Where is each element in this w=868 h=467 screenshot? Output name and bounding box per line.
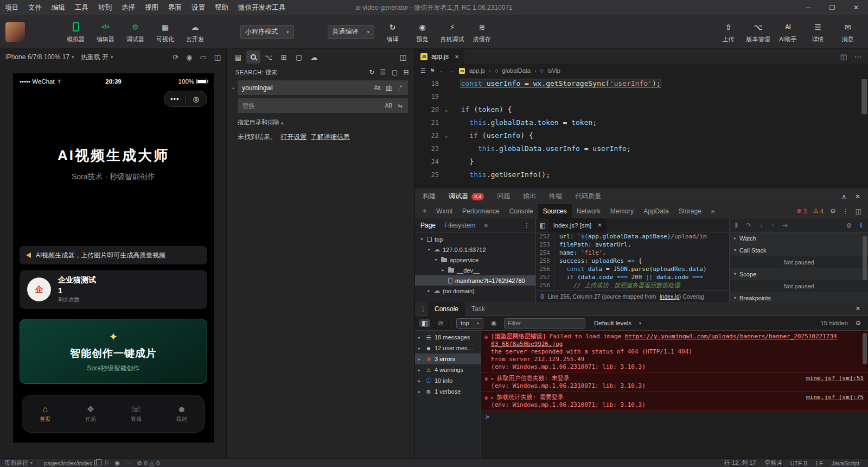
expand-icon[interactable]: ▸ (491, 395, 494, 400)
section-breakpoints[interactable]: ▾Breakpoints (730, 292, 868, 302)
fold-icon[interactable]: ⌄ (442, 129, 450, 142)
whole-word-icon[interactable]: ab (383, 83, 394, 93)
mute-notifications-icon[interactable]: ⚐ (104, 459, 110, 466)
collapse-panel-icon[interactable]: ∧ (841, 193, 846, 200)
expand-icon[interactable]: ▸ (491, 376, 494, 381)
console-tab-console[interactable]: Console (428, 302, 465, 316)
toolbar-button[interactable]: ⚡真机调试 (437, 21, 467, 43)
toggle-navigator-icon[interactable]: ◧ (536, 222, 549, 229)
statusbar-item[interactable]: 行 12, 列 17 (724, 459, 756, 467)
console-filter-item[interactable]: ▸⚙1 verbose (415, 386, 481, 397)
step-over-icon[interactable]: ↷ (746, 222, 751, 229)
step-out-icon[interactable]: ↑ (771, 222, 774, 229)
split-editor-icon[interactable]: ◫ (840, 53, 847, 61)
menu-item[interactable]: 选择 (117, 0, 140, 15)
match-case-icon[interactable]: Aa (372, 83, 383, 93)
collapse-all-icon[interactable]: ⊟ (404, 68, 409, 76)
toolbar-button[interactable]: ✉消息 (833, 21, 863, 43)
menu-item[interactable]: 转到 (93, 0, 117, 15)
menu-item[interactable]: 文件 (23, 0, 47, 15)
breadcrumb-item[interactable]: isVip (547, 67, 560, 74)
explorer-icon[interactable]: ▤ (231, 51, 245, 64)
search-input-box[interactable]: Aa ab .* (238, 80, 408, 95)
tabbar-item[interactable]: ☻我的 (159, 395, 205, 432)
breadcrumb-item[interactable]: app.js (469, 67, 485, 74)
back-icon[interactable]: ← (439, 67, 445, 74)
step-icon[interactable]: ⇥ (782, 222, 788, 229)
device-selector[interactable]: iPhone 6/7/8 100% 17 ▾ (5, 53, 74, 61)
outline-icon[interactable]: ☰ (420, 67, 426, 74)
pause-on-exceptions-icon[interactable]: ‖ (860, 222, 863, 229)
panel-tab[interactable]: 调试器3,4 (449, 192, 484, 201)
create-cta-card[interactable]: ✦ 智能创作一键成片 Sora秒级智能创作 (20, 319, 207, 384)
deactivate-breakpoints-icon[interactable]: ⊘ (846, 222, 852, 229)
devtools-tab-network[interactable]: Network (572, 204, 605, 218)
devtools-tab-appdata[interactable]: AppData (639, 204, 674, 218)
learn-more-link[interactable]: 了解详细信息 (311, 133, 350, 141)
search-input[interactable] (242, 84, 372, 92)
extensions-icon[interactable]: ⊞ (277, 51, 291, 64)
navigator-tab-filesystem[interactable]: Filesystem (444, 222, 475, 229)
tree-item[interactable]: ▾☁127.0.0.1:63712 (415, 244, 535, 255)
tree-item[interactable]: ▾top (415, 234, 535, 244)
refresh-icon[interactable]: ↻ (369, 68, 374, 76)
bookmark-icon[interactable]: ⚑ (430, 67, 435, 74)
watch-icon[interactable]: ◉ (115, 459, 120, 466)
menu-item[interactable]: 设置 (187, 0, 210, 15)
layout-icon[interactable]: ◫ (396, 51, 410, 64)
panel-tab[interactable]: 输出 (523, 192, 536, 201)
error-url-link[interactable]: 03_68f8a50be9926.jpg (491, 340, 563, 348)
context-selector[interactable]: top ▾ (456, 318, 483, 329)
maximize-button[interactable]: ❒ (820, 0, 844, 15)
close-button[interactable]: ✕ (844, 0, 868, 15)
replace-input[interactable] (242, 102, 383, 110)
tree-item[interactable]: mainframe?t=1762942780 (415, 275, 535, 286)
toolbar-button[interactable]: ⌥版本管理 (743, 21, 773, 43)
overflow-tabs-icon[interactable]: » (706, 204, 720, 218)
console-tab-task[interactable]: Task (465, 302, 492, 316)
clear-results-icon[interactable]: ☰ (380, 68, 386, 76)
page-path-selector[interactable]: 页面路径 ▾ (4, 459, 33, 467)
current-page-path[interactable]: pages/index/index (44, 460, 99, 466)
navigator-tab-page[interactable]: Page (420, 222, 436, 229)
console-settings-icon[interactable]: ⚙ (853, 319, 864, 327)
refresh-icon[interactable]: ⟳ (173, 53, 178, 61)
code-editor[interactable]: 18 const userInfo = wx.getStorageSync('u… (415, 77, 868, 188)
search-icon[interactable] (246, 51, 260, 64)
source-control-icon[interactable]: ⌥ (261, 51, 276, 64)
breadcrumb-item[interactable]: globalData (502, 67, 531, 74)
toolbar-button[interactable]: 模拟器 (61, 21, 91, 43)
devtools-tab-storage[interactable]: Storage (674, 204, 706, 218)
close-icon[interactable]: ✕ (597, 222, 602, 228)
menu-item[interactable]: 视图 (140, 0, 163, 15)
panel-tab[interactable]: 构建 (423, 192, 436, 201)
eye-icon[interactable]: ◉ (488, 319, 499, 327)
menu-item[interactable]: 项目 (0, 0, 23, 15)
statusbar-item[interactable]: 空格:4 (764, 459, 781, 467)
tab-index-js[interactable]: index.js? [sm] ✕ (549, 218, 607, 232)
notice-banner[interactable]: AI视频生成器，上传图片即可生成高质量视频 (20, 246, 207, 264)
close-icon[interactable]: ✕ (455, 54, 459, 60)
multi-screen-icon[interactable]: ◫ (214, 53, 221, 61)
toolbar-button[interactable]: ⚙调试器 (120, 21, 150, 43)
user-avatar[interactable] (5, 22, 25, 42)
more-icon[interactable]: ⋮ (524, 222, 530, 229)
step-into-icon[interactable]: ↓ (760, 222, 763, 229)
toolbar-button[interactable]: ☁云开发 (180, 21, 210, 43)
menu-item[interactable]: 编辑 (47, 0, 70, 15)
problems-indicator[interactable]: ⊘ 0 △ 0 (137, 459, 159, 466)
devtools-tab-memory[interactable]: Memory (605, 204, 639, 218)
mode-select[interactable]: 小程序模式 ▾ (240, 25, 294, 39)
more-icon[interactable]: ⋮ (843, 207, 849, 215)
compile-mode-select[interactable]: 普通编译 ▾ (328, 25, 375, 39)
pretty-print-icon[interactable]: {} (540, 293, 544, 299)
tabbar-item[interactable]: ❖作品 (68, 395, 113, 432)
section-watch[interactable]: ▸Watch (730, 232, 868, 244)
pause-icon[interactable]: ‖ (735, 222, 738, 229)
tab-app-js[interactable]: JS app.js ✕ (415, 49, 464, 64)
devtools-tab-performance[interactable]: Performance (457, 204, 505, 218)
toolbar-button[interactable]: ◉预览 (407, 21, 437, 43)
toolbar-button[interactable]: ↻编译 (378, 21, 407, 43)
tree-item[interactable]: ▸__dev__ (415, 265, 535, 275)
toolbar-button[interactable]: ⇧上传 (713, 21, 743, 43)
